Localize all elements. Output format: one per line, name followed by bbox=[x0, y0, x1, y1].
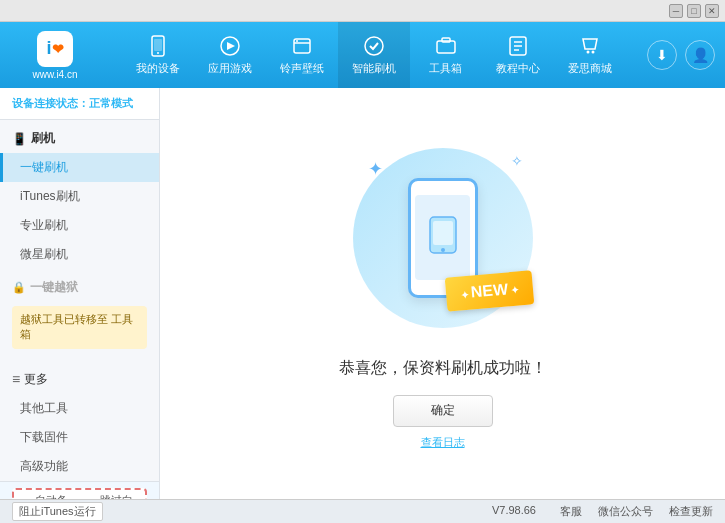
download-fw-label: 下载固件 bbox=[20, 430, 68, 444]
nav-smart-shop[interactable]: 智能刷机 bbox=[338, 22, 410, 88]
nav-bar: 我的设备 应用游戏 铃声壁纸 智能刷机 工具箱 bbox=[100, 22, 647, 88]
jailbreak-label: 一键越狱 bbox=[30, 279, 78, 296]
logo-text: www.i4.cn bbox=[32, 69, 77, 80]
sidebar: 设备连接状态：正常模式 📱 刷机 一键刷机 iTunes刷机 专业刷机 微星刷机… bbox=[0, 88, 160, 499]
nav-my-device[interactable]: 我的设备 bbox=[122, 22, 194, 88]
sparkle-right-icon: ✧ bbox=[511, 153, 523, 169]
logo-area[interactable]: i❤ www.i4.cn bbox=[10, 31, 100, 80]
jailbreak-note: 越狱工具已转移至 工具箱 bbox=[12, 306, 147, 349]
svg-point-6 bbox=[296, 40, 298, 42]
nav-tools-label: 工具箱 bbox=[429, 61, 462, 76]
lock-icon: 🔒 bbox=[12, 281, 26, 294]
sidebar-item-one-key[interactable]: 一键刷机 bbox=[0, 153, 159, 182]
nav-ringtones-label: 铃声壁纸 bbox=[280, 61, 324, 76]
more-section: ≡ 更多 其他工具 下载固件 高级功能 bbox=[0, 365, 159, 481]
micro-flash-label: 微星刷机 bbox=[20, 247, 68, 261]
titlebar: ─ □ ✕ bbox=[0, 0, 725, 22]
via-wizard-checkbox[interactable]: 跳过向导 bbox=[85, 493, 140, 499]
sidebar-item-download-fw[interactable]: 下载固件 bbox=[0, 423, 159, 452]
device-status-bar: 设备连接状态：正常模式 bbox=[0, 88, 159, 120]
shop-icon bbox=[579, 35, 601, 57]
advanced-label: 高级功能 bbox=[20, 459, 68, 473]
user-button[interactable]: 👤 bbox=[685, 40, 715, 70]
header: i❤ www.i4.cn 我的设备 应用游戏 铃声壁纸 智能刷机 bbox=[0, 22, 725, 88]
customer-service-link[interactable]: 客服 bbox=[560, 504, 582, 519]
sidebar-item-pro-flash[interactable]: 专业刷机 bbox=[0, 211, 159, 240]
maximize-button[interactable]: □ bbox=[687, 4, 701, 18]
my-device-icon bbox=[147, 35, 169, 57]
sidebar-item-advanced[interactable]: 高级功能 bbox=[0, 452, 159, 481]
checkbox-area: 自动备还 跳过向导 bbox=[0, 481, 159, 499]
svg-point-2 bbox=[157, 52, 159, 54]
window-controls[interactable]: ─ □ ✕ bbox=[669, 4, 719, 18]
svg-point-7 bbox=[365, 37, 383, 55]
return-button[interactable]: 查看日志 bbox=[421, 435, 465, 450]
confirm-button[interactable]: 确定 bbox=[393, 395, 493, 427]
download-button[interactable]: ⬇ bbox=[647, 40, 677, 70]
flash-section-header: 📱 刷机 bbox=[0, 124, 159, 153]
phone-illustration: ✦ ✧ NEW bbox=[343, 138, 543, 338]
nav-tutorial-label: 教程中心 bbox=[496, 61, 540, 76]
logo-icon: i❤ bbox=[37, 31, 73, 67]
auto-backup-label: 自动备还 bbox=[35, 493, 75, 499]
more-section-header: ≡ 更多 bbox=[0, 365, 159, 394]
flash-section-icon: 📱 bbox=[12, 132, 27, 146]
nav-right-buttons: ⬇ 👤 bbox=[647, 40, 715, 70]
jailbreak-header: 🔒 一键越狱 bbox=[0, 273, 159, 302]
flash-section-label: 刷机 bbox=[31, 130, 55, 147]
sidebar-item-itunes[interactable]: iTunes刷机 bbox=[0, 182, 159, 211]
success-message: 恭喜您，保资料刷机成功啦！ bbox=[339, 358, 547, 379]
bottom-left: 阻止iTunes运行 bbox=[12, 502, 103, 521]
apps-icon bbox=[219, 35, 241, 57]
one-key-label: 一键刷机 bbox=[20, 160, 68, 174]
status-value: 正常模式 bbox=[89, 97, 133, 109]
close-button[interactable]: ✕ bbox=[705, 4, 719, 18]
wechat-link[interactable]: 微信公众号 bbox=[598, 504, 653, 519]
more-icon: ≡ bbox=[12, 371, 20, 387]
nav-my-device-label: 我的设备 bbox=[136, 61, 180, 76]
main-area: 设备连接状态：正常模式 📱 刷机 一键刷机 iTunes刷机 专业刷机 微星刷机… bbox=[0, 88, 725, 499]
version-text: V7.98.66 bbox=[492, 504, 536, 519]
nav-smart-shop-label: 智能刷机 bbox=[352, 61, 396, 76]
new-badge: NEW bbox=[444, 270, 534, 311]
status-prefix-label: 设备连接状态： bbox=[12, 97, 89, 109]
phone-screen bbox=[415, 195, 470, 280]
nav-shop[interactable]: 爱思商城 bbox=[554, 22, 626, 88]
bottom-right: V7.98.66 客服 微信公众号 检查更新 bbox=[492, 504, 713, 519]
check-update-link[interactable]: 检查更新 bbox=[669, 504, 713, 519]
flash-section: 📱 刷机 一键刷机 iTunes刷机 专业刷机 微星刷机 bbox=[0, 124, 159, 269]
nav-apps-label: 应用游戏 bbox=[208, 61, 252, 76]
ringtones-icon bbox=[291, 35, 313, 57]
tools-icon bbox=[435, 35, 457, 57]
nav-tutorial[interactable]: 教程中心 bbox=[482, 22, 554, 88]
itunes-label: iTunes刷机 bbox=[20, 189, 80, 203]
nav-tools[interactable]: 工具箱 bbox=[410, 22, 482, 88]
tutorial-icon bbox=[507, 35, 529, 57]
pro-flash-label: 专业刷机 bbox=[20, 218, 68, 232]
svg-point-18 bbox=[441, 248, 445, 252]
auto-backup-checkbox[interactable]: 自动备还 bbox=[20, 493, 75, 499]
svg-rect-1 bbox=[154, 39, 162, 51]
nav-apps[interactable]: 应用游戏 bbox=[194, 22, 266, 88]
other-tools-label: 其他工具 bbox=[20, 401, 68, 415]
jailbreak-note-text: 越狱工具已转移至 工具箱 bbox=[20, 313, 133, 340]
via-wizard-label: 跳过向导 bbox=[100, 493, 140, 499]
svg-rect-9 bbox=[442, 38, 450, 42]
minimize-button[interactable]: ─ bbox=[669, 4, 683, 18]
svg-rect-8 bbox=[437, 41, 455, 53]
svg-point-14 bbox=[586, 50, 589, 53]
nav-ringtones[interactable]: 铃声壁纸 bbox=[266, 22, 338, 88]
content-area: ✦ ✧ NEW 恭喜您，保资料刷机成功啦！ 确定 查看日 bbox=[160, 88, 725, 499]
smart-shop-icon bbox=[363, 35, 385, 57]
svg-point-15 bbox=[591, 50, 594, 53]
nav-shop-label: 爱思商城 bbox=[568, 61, 612, 76]
bottom-bar: 阻止iTunes运行 V7.98.66 客服 微信公众号 检查更新 bbox=[0, 499, 725, 523]
checkbox-highlight-box: 自动备还 跳过向导 bbox=[12, 488, 147, 499]
more-label: 更多 bbox=[24, 371, 48, 388]
stop-itunes-button[interactable]: 阻止iTunes运行 bbox=[12, 502, 103, 521]
sidebar-item-other-tools[interactable]: 其他工具 bbox=[0, 394, 159, 423]
jailbreak-section: 🔒 一键越狱 越狱工具已转移至 工具箱 bbox=[0, 273, 159, 353]
sparkle-left-icon: ✦ bbox=[368, 158, 383, 180]
svg-rect-17 bbox=[433, 221, 453, 245]
sidebar-item-micro-flash[interactable]: 微星刷机 bbox=[0, 240, 159, 269]
